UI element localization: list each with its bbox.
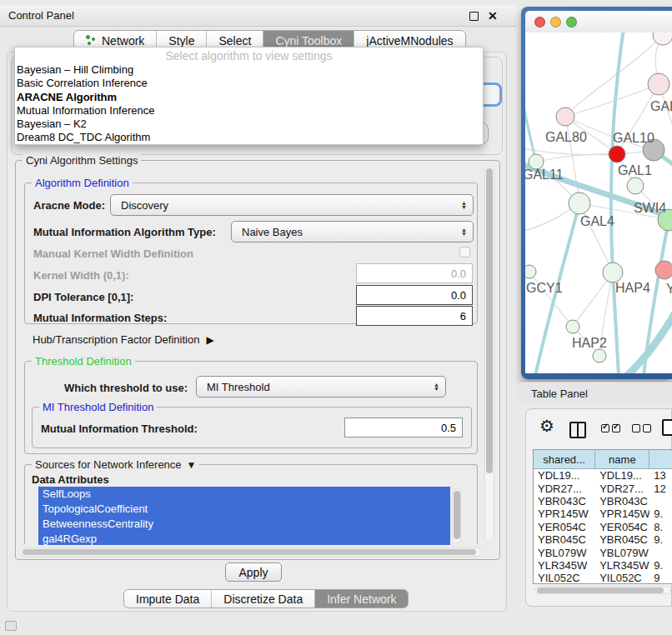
spinner-arrows-icon	[434, 382, 439, 391]
combobox-value: Naive Bayes	[242, 226, 303, 238]
hub-definition-expander[interactable]: Hub/Transcription Factor Definition ▶	[33, 333, 214, 346]
node-label: GAL	[650, 99, 672, 113]
collapsed-panel-icon[interactable]	[5, 621, 17, 631]
dropdown-item[interactable]: Basic Correlation Inference	[15, 77, 483, 90]
table-row[interactable]: YPR145WYPR145W9.	[534, 508, 672, 520]
which-threshold-combobox[interactable]: MI Threshold	[196, 376, 446, 398]
network-canvas[interactable]: GAL GAL80 GAL10 GAL11 GAL1 SWI4 GAL4 GCY…	[525, 32, 672, 373]
threshold-definition-group: Threshold Definition Which threshold to …	[24, 361, 478, 454]
dpi-tolerance-input[interactable]: 0.0	[356, 285, 473, 305]
manual-kernel-checkbox[interactable]	[459, 247, 470, 258]
scrollbar-thumb[interactable]	[486, 168, 493, 473]
node-gcy1	[525, 265, 536, 278]
node-gal80	[556, 108, 574, 126]
zoom-traffic-light-icon[interactable]	[566, 17, 577, 28]
combobox-value: Discovery	[121, 199, 168, 212]
document-icon[interactable]	[662, 419, 672, 436]
table-row[interactable]: YDL19...YDL19...13	[534, 469, 672, 482]
table-row[interactable]: YBR043CYBR043C	[534, 495, 672, 508]
dropdown-item-selected[interactable]: ARACNE Algorithm	[15, 91, 483, 104]
network-view-window[interactable]: GAL GAL80 GAL10 GAL11 GAL1 SWI4 GAL4 GCY…	[521, 7, 672, 379]
select-all-checkboxes-icon[interactable]	[601, 424, 620, 432]
close-traffic-light-icon[interactable]	[534, 17, 545, 28]
group-title: Cyni Algorithm Settings	[23, 154, 141, 167]
table-panel: ⚙ shared... name YDL19...YDL19...13 YDR2…	[525, 408, 672, 607]
expander-down-icon[interactable]: ▼	[187, 459, 197, 471]
tab-impute-data[interactable]: Impute Data	[124, 590, 212, 608]
cyni-mode-tabbar: Impute Data Discretize Data Infer Networ…	[123, 589, 409, 608]
node-label: GCY1	[526, 281, 563, 295]
node-hap4	[603, 262, 623, 282]
group-title: Threshold Definition	[32, 355, 135, 368]
aracne-mode-combobox[interactable]: Discovery	[110, 194, 474, 216]
node-hap2	[566, 320, 579, 333]
settings-vertical-scrollbar[interactable]	[484, 166, 494, 542]
table-row[interactable]: YBR045CYBR045C9.	[534, 533, 672, 546]
node-label: GAL80	[545, 130, 587, 144]
tab-impute-data-label: Impute Data	[136, 592, 199, 606]
apply-button[interactable]: Apply	[225, 562, 282, 582]
deselect-all-checkboxes-icon[interactable]	[632, 424, 651, 432]
spinner-arrows-icon	[461, 228, 467, 236]
table-row[interactable]: YBL079WYBL079W	[534, 546, 672, 558]
column-header[interactable]	[649, 450, 672, 468]
kernel-width-input[interactable]: 0.0	[356, 263, 473, 283]
node-label: GAL4	[580, 214, 614, 228]
network-node-labels: GAL GAL80 GAL10 GAL11 GAL1 SWI4 GAL4 GCY…	[525, 99, 672, 350]
table-row[interactable]: YER054CYER054C8.	[534, 521, 672, 533]
close-icon[interactable]: ✕	[488, 9, 498, 22]
tab-select-label: Select	[218, 34, 251, 48]
list-item[interactable]: gal4RGexp	[38, 532, 450, 545]
node-label: SWI4	[634, 201, 666, 215]
column-header-name[interactable]: name	[595, 450, 649, 468]
table-row[interactable]: YIL052CYIL052C9	[534, 572, 672, 584]
table-panel-titlebar: Table Panel	[517, 382, 672, 405]
attributes-scrollbar[interactable]	[452, 488, 461, 543]
dropdown-item[interactable]: Dream8 DC_TDC Algorithm	[15, 131, 483, 144]
node-label: HAP2	[572, 336, 607, 350]
list-item[interactable]: SelfLoops	[38, 487, 450, 502]
group-title: Sources for Network Inference ▼	[32, 458, 199, 471]
table-horizontal-scrollbar[interactable]	[534, 586, 671, 594]
tab-jactivemnodules-label: jActiveMNodules	[366, 34, 453, 48]
scrollbar-thumb[interactable]	[537, 588, 664, 593]
minimize-traffic-light-icon[interactable]	[550, 17, 561, 28]
network-window-titlebar[interactable]	[525, 11, 672, 32]
split-columns-icon[interactable]	[569, 422, 586, 438]
tab-discretize-data[interactable]: Discretize Data	[212, 590, 315, 608]
tab-infer-network[interactable]: Infer Network	[315, 590, 408, 608]
sources-group: Sources for Network Inference ▼ Data Att…	[24, 464, 478, 544]
mi-threshold-input[interactable]: 0.5	[344, 418, 463, 438]
gear-icon[interactable]: ⚙	[539, 418, 554, 434]
node-label: GAL1	[618, 163, 652, 178]
mi-steps-input[interactable]: 6	[356, 306, 473, 326]
algorithm-dropdown-popup: Select algorithm to view settings Bayesi…	[14, 47, 484, 145]
table-row[interactable]: YLR345WYLR345W9.	[534, 559, 672, 572]
node-label: Y	[666, 282, 672, 296]
column-header-shared-name[interactable]: shared...	[534, 450, 595, 468]
list-item[interactable]: TopologicalCoefficient	[38, 502, 450, 517]
dropdown-item[interactable]: Bayesian – K2	[15, 118, 483, 131]
tab-style-label: Style	[168, 34, 194, 48]
scrollbar-thumb[interactable]	[23, 549, 476, 555]
data-attributes-list: SelfLoops TopologicalCoefficient Between…	[38, 487, 450, 545]
network-nodes[interactable]	[525, 32, 672, 362]
mi-algorithm-type-combobox[interactable]: Naive Bayes	[231, 221, 474, 242]
dropdown-item[interactable]: Bayesian – Hill Climbing	[15, 63, 483, 77]
float-window-icon[interactable]	[469, 12, 479, 21]
node-table[interactable]: shared... name YDL19...YDL19...13 YDR27.…	[533, 449, 672, 584]
node-label: GAL10	[613, 131, 654, 145]
node	[593, 349, 606, 362]
table-panel-title: Table Panel	[531, 388, 588, 400]
control-panel-titlebar: Control Panel	[0, 5, 517, 27]
dropdown-item[interactable]: Mutual Information Inference	[15, 104, 483, 118]
node-highlighted-red	[609, 146, 625, 162]
scrollbar-thumb[interactable]	[454, 491, 460, 539]
spinner-arrows-icon	[461, 201, 467, 209]
network-graph[interactable]: GAL GAL80 GAL10 GAL11 GAL1 SWI4 GAL4 GCY…	[525, 32, 672, 373]
algorithm-definition-group: Algorithm Definition Aracne Mode: Discov…	[24, 182, 478, 324]
network-icon	[86, 35, 97, 46]
list-item[interactable]: BetweennessCentrality	[38, 517, 450, 532]
table-row[interactable]: YDR27...YDR27...12	[534, 482, 672, 494]
settings-horizontal-scrollbar[interactable]	[20, 548, 482, 557]
